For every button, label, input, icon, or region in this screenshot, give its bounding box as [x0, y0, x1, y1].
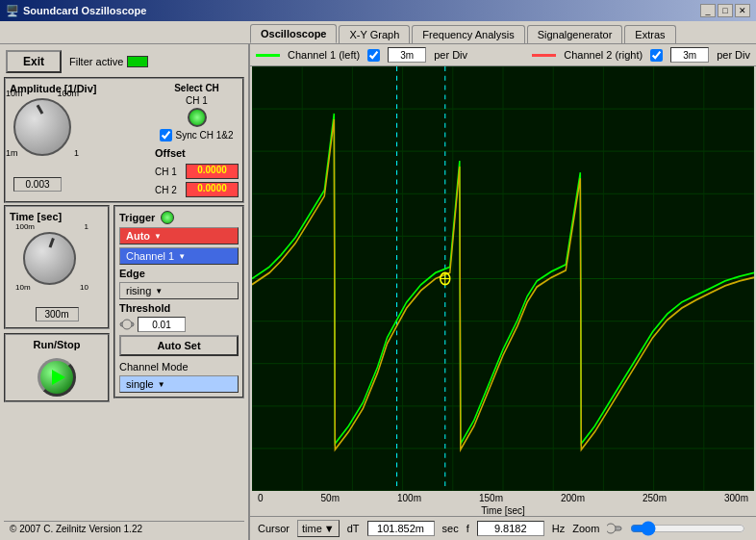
run-stop-button[interactable]	[38, 358, 76, 397]
sync-label: Sync CH 1&2	[175, 130, 233, 141]
left-panel-top: Exit Filter active	[4, 48, 244, 75]
tab-signalgenerator[interactable]: Signalgenerator	[527, 25, 623, 43]
filter-active: Filter active	[69, 56, 148, 67]
close-button[interactable]: ✕	[735, 4, 750, 17]
threshold-input[interactable]: 0.01	[138, 317, 186, 332]
x-label-0: 0	[258, 493, 264, 503]
edge-dropdown[interactable]: rising ▼	[119, 282, 239, 299]
time-run-col: Time [sec] 100m 1 10m 10	[4, 205, 110, 519]
trigger-header: Trigger	[119, 211, 239, 224]
copyright: © 2007 C. Zeilnitz Version 1.22	[4, 521, 244, 536]
zoom-slider[interactable]	[630, 521, 745, 536]
threshold-slider-icon	[119, 317, 135, 332]
tab-frequency-analysis[interactable]: Frequency Analysis	[412, 25, 524, 43]
knob-labels: 10m 100m 1m 1	[4, 89, 81, 166]
tab-oscilloscope[interactable]: Oscilloscope	[250, 24, 337, 43]
oscilloscope-display	[252, 66, 754, 491]
time-section: Time [sec] 100m 1 10m 10	[4, 205, 110, 329]
maximize-button[interactable]: □	[718, 4, 733, 17]
tab-extras[interactable]: Extras	[624, 25, 675, 43]
x-axis-title: Time [sec]	[250, 505, 756, 516]
bottom-left: Time [sec] 100m 1 10m 10	[4, 205, 244, 519]
time-value[interactable]: 300m	[36, 307, 79, 321]
channel-dropdown-arrow-icon: ▼	[178, 252, 186, 261]
main-container: Oscilloscope X-Y Graph Frequency Analysi…	[0, 21, 756, 540]
sync-checkbox[interactable]: Sync CH 1&2	[160, 129, 233, 141]
offset-title: Offset	[155, 147, 239, 159]
knob-label-bl: 1m	[6, 148, 18, 158]
trigger-mode-label: Auto	[126, 230, 150, 242]
x-label-150m: 150m	[479, 493, 503, 503]
dt-value: 101.852m	[367, 521, 435, 536]
x-label-100m: 100m	[397, 493, 421, 503]
ch1-line-indicator	[256, 54, 280, 57]
f-unit-label: Hz	[552, 523, 565, 534]
trigger-led	[161, 211, 174, 224]
edge-arrow-icon: ▼	[155, 287, 163, 296]
channel-mode-dropdown[interactable]: single ▼	[119, 375, 239, 393]
channel-mode-value: single	[126, 378, 154, 390]
knob-label-br: 1	[74, 148, 79, 158]
select-ch-label: Select CH	[174, 83, 219, 93]
exit-button[interactable]: Exit	[6, 50, 62, 73]
trigger-channel-dropdown[interactable]: Channel 1 ▼	[119, 247, 239, 265]
channel-mode-row: Channel Mode	[119, 361, 239, 373]
ch1-per-div-label: per Div	[434, 49, 467, 61]
x-label-300m: 300m	[724, 493, 748, 503]
ch2-display-label: Channel 2 (right)	[564, 49, 643, 61]
computer-icon: 🖥️	[6, 5, 19, 17]
ch1-per-div-input[interactable]: 3m	[388, 47, 426, 63]
minimize-button[interactable]: _	[700, 4, 716, 17]
ch1-indicator	[188, 108, 207, 127]
x-axis-labels: 0 50m 100m 150m 200m 250m 300m	[250, 491, 756, 505]
channel-mode-arrow-icon: ▼	[158, 380, 165, 389]
trigger-title: Trigger	[119, 212, 155, 223]
sync-check[interactable]	[160, 129, 172, 141]
x-label-200m: 200m	[561, 493, 585, 503]
ch1-offset-input[interactable]: 0.0000	[186, 164, 239, 179]
left-panel: Exit Filter active Amplitude [1/Div]	[0, 44, 250, 540]
title-bar: 🖥️ Soundcard Oszilloscope _ □ ✕	[0, 0, 756, 21]
ch2-line-indicator	[532, 54, 556, 57]
ch1-display-label: Channel 1 (left)	[288, 49, 360, 61]
ch2-offset-input[interactable]: 0.0000	[186, 182, 239, 197]
zoom-label: Zoom	[572, 523, 599, 534]
ch1-checkbox[interactable]	[367, 49, 380, 62]
tab-xy-graph[interactable]: X-Y Graph	[339, 25, 410, 43]
trigger-channel-label: Channel 1	[126, 250, 174, 262]
autoset-button[interactable]: Auto Set	[119, 335, 239, 356]
ch1-offset-label: CH 1	[155, 167, 182, 177]
title-bar-text: Soundcard Oszilloscope	[23, 5, 700, 16]
svg-point-31	[607, 524, 616, 533]
channel-mode-label: Channel Mode	[119, 361, 189, 373]
right-panel: Channel 1 (left) 3m per Div Channel 2 (r…	[250, 44, 756, 540]
select-ch-area: Select CH CH 1 Sync CH 1&2 Offset CH 1	[155, 83, 239, 197]
knob-label-tr: 100m	[57, 89, 79, 98]
cursor-label: Cursor	[258, 523, 290, 534]
f-value: 9.8182	[477, 521, 544, 536]
ch2-per-div-input[interactable]: 3m	[670, 47, 709, 63]
cursor-bar: Cursor time ▼ dT 101.852m sec f 9.8182 H…	[250, 516, 756, 540]
x-label-50m: 50m	[321, 493, 340, 503]
cursor-type-label: time	[302, 523, 322, 534]
trigger-mode-dropdown[interactable]: Auto ▼	[119, 227, 239, 244]
cursor-type-dropdown[interactable]: time ▼	[297, 520, 340, 537]
time-label-bl: 10m	[15, 283, 31, 292]
run-triangle-icon	[52, 370, 65, 385]
ch2-offset-row: CH 2 0.0000	[155, 182, 239, 197]
ch1-label: CH 1	[186, 95, 208, 106]
oscilloscope-svg	[252, 66, 754, 491]
trigger-section: Trigger Auto ▼ Channel 1 ▼ Edge	[113, 205, 244, 399]
channel-row: Channel 1 (left) 3m per Div Channel 2 (r…	[250, 44, 756, 66]
f-label: f	[466, 523, 469, 534]
amplitude-value[interactable]: 0.003	[13, 177, 62, 192]
edge-label: Edge	[119, 268, 239, 279]
filter-active-label: Filter active	[69, 56, 123, 67]
offset-area: Offset CH 1 0.0000 CH 2 0.0000	[155, 147, 239, 197]
ch2-checkbox[interactable]	[650, 49, 663, 62]
run-stop-section: Run/Stop	[4, 333, 110, 402]
edge-value: rising	[126, 285, 151, 296]
ch1-offset-row: CH 1 0.0000	[155, 164, 239, 179]
svg-point-1	[122, 320, 132, 329]
tab-bar: Oscilloscope X-Y Graph Frequency Analysi…	[0, 21, 756, 43]
